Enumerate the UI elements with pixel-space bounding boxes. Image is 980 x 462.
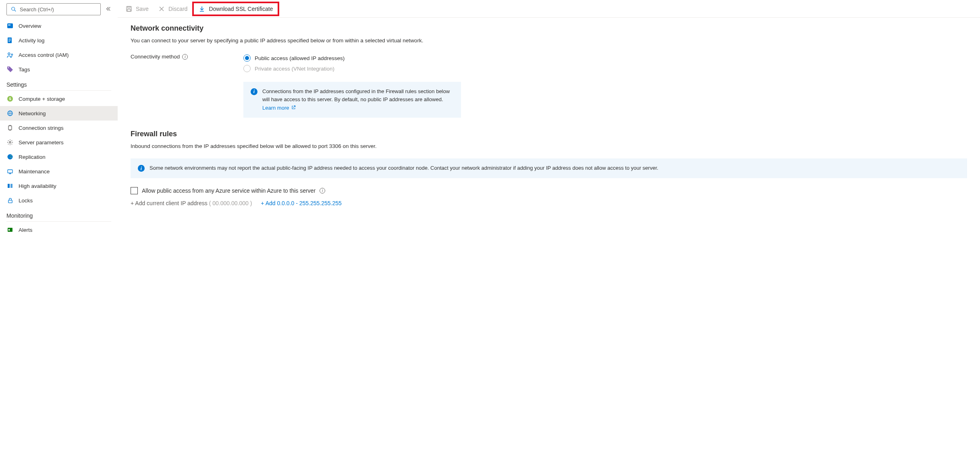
option-public-access[interactable]: Public access (allowed IP addresses) [243,53,967,63]
sidebar-item-locks[interactable]: Locks [0,193,118,208]
svg-rect-23 [8,228,12,232]
option-private-label: Private access (VNet Integration) [255,66,334,72]
allow-azure-label: Allow public access from any Azure servi… [142,187,316,194]
sidebar-item-activity-log[interactable]: Activity log [0,33,118,48]
option-public-label: Public access (allowed IP addresses) [255,55,345,61]
discard-label: Discard [168,6,187,12]
download-ssl-button[interactable]: Download SSL Certificate [194,3,278,15]
people-icon [6,51,14,58]
search-box[interactable] [6,3,101,15]
connection-strings-icon [6,124,14,131]
svg-rect-3 [8,25,10,25]
info-icon: i [138,165,145,172]
external-link-icon [291,104,296,112]
nav-label: Connection strings [19,125,64,131]
svg-point-0 [12,7,15,10]
sidebar-item-tags[interactable]: Tags [0,62,118,77]
download-ssl-label: Download SSL Certificate [209,6,273,12]
ip-actions-row: + Add current client IP address ( 00.000… [131,200,967,206]
nav-scroll[interactable]: Overview Activity log Access control (IA… [0,19,118,462]
nav-separator [6,221,111,222]
nav-label: Server parameters [19,139,64,146]
firewall-rules-title: Firewall rules [131,130,967,138]
svg-line-32 [293,106,295,108]
firewall-rules-desc: Inbound connections from the IP addresse… [131,142,967,150]
radio-selected-icon [243,54,251,62]
search-icon [10,6,17,13]
info-hint-icon[interactable]: i [182,54,188,60]
learn-more-link[interactable]: Learn more [262,105,296,111]
sidebar-item-connection-strings[interactable]: Connection strings [0,121,118,135]
svg-rect-6 [8,40,11,40]
search-row [0,0,118,19]
option-private-access: Private access (VNet Integration) [243,63,967,74]
add-any-ip-range[interactable]: + Add 0.0.0.0 - 255.255.255.255 [261,200,341,206]
svg-rect-27 [127,9,131,11]
radio-unselected-icon [243,65,251,72]
search-input[interactable] [20,6,97,12]
svg-rect-2 [7,23,13,28]
nav-label: Tags [19,67,30,73]
nav-group-settings: Settings [0,77,118,89]
info-icon: i [251,88,257,95]
svg-rect-20 [8,184,10,188]
nav-label: Access control (IAM) [19,52,69,58]
client-ip-placeholder: ( 00.000.00.000 ) [209,200,252,206]
svg-point-17 [9,142,11,143]
svg-rect-24 [8,229,10,231]
sidebar-item-overview[interactable]: Overview [0,19,118,33]
sidebar-item-high-availability[interactable]: High availability [0,179,118,193]
info-text: Connections from the IP addresses config… [262,87,454,112]
sidebar-item-maintenance[interactable]: Maintenance [0,164,118,179]
allow-azure-access-row[interactable]: Allow public access from any Azure servi… [131,187,967,194]
nav-label: Replication [19,154,46,160]
info-hint-icon[interactable]: i [320,188,325,194]
sidebar-item-networking[interactable]: Networking [0,106,118,121]
nav-label: Locks [19,198,33,204]
nav-label: Activity log [19,37,45,44]
sidebar-item-replication[interactable]: Replication [0,150,118,164]
info-text: Some network environments may not report… [149,164,658,172]
svg-rect-21 [10,184,12,188]
nav-group-monitoring: Monitoring [0,208,118,221]
globe-icon [6,153,14,160]
sidebar-item-alerts[interactable]: Alerts [0,223,118,237]
network-connectivity-title: Network connectivity [131,24,967,33]
sidebar: Overview Activity log Access control (IA… [0,0,118,462]
svg-point-9 [11,54,12,55]
discard-button[interactable]: Discard [154,3,192,15]
sidebar-item-server-parameters[interactable]: Server parameters [0,135,118,150]
svg-line-1 [15,10,16,12]
tag-icon [6,66,14,73]
discard-icon [158,6,165,12]
save-button[interactable]: Save [121,3,154,15]
connectivity-method-options: Public access (allowed IP addresses) Pri… [243,53,967,74]
nav-label: Maintenance [19,169,50,175]
download-icon [199,6,205,12]
maintenance-icon [6,168,14,175]
sidebar-item-access-control[interactable]: Access control (IAM) [0,48,118,62]
main: Save Discard Download SSL Certificate Ne… [118,0,980,462]
svg-rect-19 [8,170,12,173]
svg-rect-5 [8,39,11,39]
networking-icon [6,110,14,117]
svg-point-18 [8,154,13,160]
checkbox-unchecked-icon[interactable] [131,187,138,194]
add-current-client-ip[interactable]: + Add current client IP address ( 00.000… [131,200,252,206]
high-availability-icon [6,182,14,189]
svg-rect-26 [128,6,130,8]
connectivity-method-row: Connectivity method i Public access (all… [131,53,967,74]
alerts-icon [6,226,14,233]
mysql-icon [6,22,14,29]
lock-icon [6,197,14,204]
svg-rect-16 [8,126,12,130]
collapse-sidebar-button[interactable] [104,4,113,15]
nav-label: Compute + storage [19,96,65,102]
svg-text:$: $ [9,97,11,101]
nav-label: High availability [19,183,56,189]
svg-point-8 [8,52,10,54]
network-env-info-box: i Some network environments may not repo… [131,158,967,178]
nav-label: Overview [19,23,41,29]
save-icon [126,6,132,12]
sidebar-item-compute-storage[interactable]: $ Compute + storage [0,92,118,106]
